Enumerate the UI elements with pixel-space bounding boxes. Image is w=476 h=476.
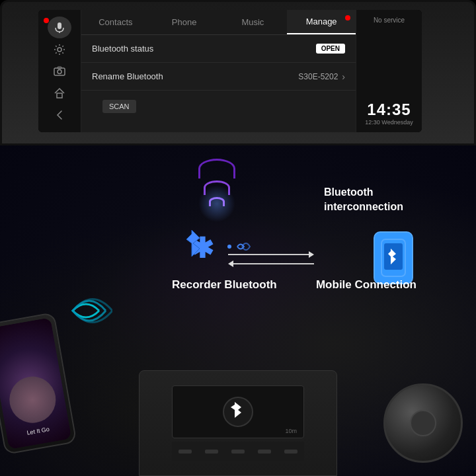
- mic-icon[interactable]: [48, 17, 71, 38]
- car-stereo: 10m: [139, 370, 337, 476]
- status-dot-left: [44, 18, 49, 23]
- svg-point-2: [58, 48, 61, 52]
- ctrl-button-3[interactable]: [231, 450, 245, 454]
- ctrl-button-1[interactable]: [178, 450, 192, 454]
- wheel-inner: [410, 410, 436, 436]
- rename-bluetooth-label: Rename Bluetooth: [92, 71, 163, 81]
- dashboard-section: Contacts Phone Music Manage Bluetooth st…: [0, 0, 476, 145]
- arrows-container: [228, 251, 314, 267]
- wheel-outer: [383, 383, 463, 463]
- sound-dot: [227, 245, 231, 249]
- home-icon[interactable]: [48, 82, 71, 104]
- svg-rect-0: [58, 22, 61, 29]
- device-name: S30E-5202: [298, 72, 338, 81]
- bottom-section: ✱ Bluetoothinterconnection: [0, 145, 476, 476]
- camera-icon[interactable]: [48, 60, 71, 82]
- main-content: Contacts Phone Music Manage Bluetooth st…: [81, 10, 356, 132]
- svg-rect-6: [57, 93, 62, 98]
- ctrl-button-5[interactable]: [284, 450, 298, 454]
- stereo-distance: 10m: [285, 428, 297, 434]
- clock-display: 14:35 12:30 Wednesday: [365, 100, 413, 126]
- svg-rect-3: [54, 68, 65, 75]
- ctrl-button-2[interactable]: [205, 450, 218, 454]
- bluetooth-status-label: Bluetooth status: [92, 44, 153, 54]
- tab-manage[interactable]: Manage: [287, 10, 356, 34]
- album-person-image: [6, 373, 60, 426]
- tab-contacts[interactable]: Contacts: [81, 10, 150, 34]
- mobile-connection-label: Mobile Connection: [316, 278, 416, 292]
- dashboard-screen: Contacts Phone Music Manage Bluetooth st…: [38, 10, 422, 132]
- stereo-controls: [172, 442, 304, 461]
- back-icon[interactable]: [48, 104, 71, 126]
- bt-glow: [198, 185, 235, 222]
- open-badge: OPEN: [316, 44, 345, 54]
- scan-button[interactable]: SCAN: [102, 100, 136, 113]
- right-status: No service 14:35 12:30 Wednesday: [356, 10, 422, 132]
- recorder-bt-label: Recorder Bluetooth: [172, 278, 277, 292]
- nav-tabs: Contacts Phone Music Manage: [81, 10, 356, 35]
- chevron-right-icon: ›: [342, 71, 345, 82]
- left-sidebar: [38, 10, 81, 132]
- no-service-text: No service: [374, 17, 405, 24]
- svg-point-4: [58, 69, 61, 73]
- clock-date: 12:30 Wednesday: [365, 119, 413, 126]
- rename-bluetooth-item[interactable]: Rename Bluetooth S30E-5202 ›: [81, 63, 356, 91]
- svg-rect-8: [384, 243, 403, 270]
- arrow-left: [228, 260, 314, 267]
- rename-bluetooth-value: S30E-5202 ›: [298, 71, 345, 82]
- bluetooth-icon-large: ✱: [178, 225, 225, 271]
- scan-row: SCAN: [81, 91, 356, 122]
- cyan-waves: [60, 284, 112, 340]
- steering-wheel: [383, 383, 463, 463]
- song-title: Let It Go: [26, 426, 50, 436]
- tab-phone[interactable]: Phone: [150, 10, 219, 34]
- ctrl-button-4[interactable]: [258, 450, 271, 454]
- stereo-display: 10m: [172, 385, 304, 438]
- phone-icon-right: [374, 231, 413, 284]
- menu-area: Bluetooth status OPEN Rename Bluetooth S…: [81, 35, 356, 132]
- arrow-head-left: [228, 260, 233, 267]
- bluetooth-status-value: OPEN: [316, 44, 345, 54]
- notification-dot: [345, 15, 350, 20]
- wave-large: [198, 159, 235, 178]
- arrow-right: [228, 251, 314, 258]
- bt-interconnect-label: Bluetoothinterconnection: [324, 185, 403, 215]
- arrow-head-right: [309, 251, 314, 258]
- gear-icon[interactable]: [48, 38, 71, 60]
- bluetooth-status-item[interactable]: Bluetooth status OPEN: [81, 35, 356, 63]
- tab-music[interactable]: Music: [219, 10, 288, 34]
- clock-time: 14:35: [365, 100, 413, 119]
